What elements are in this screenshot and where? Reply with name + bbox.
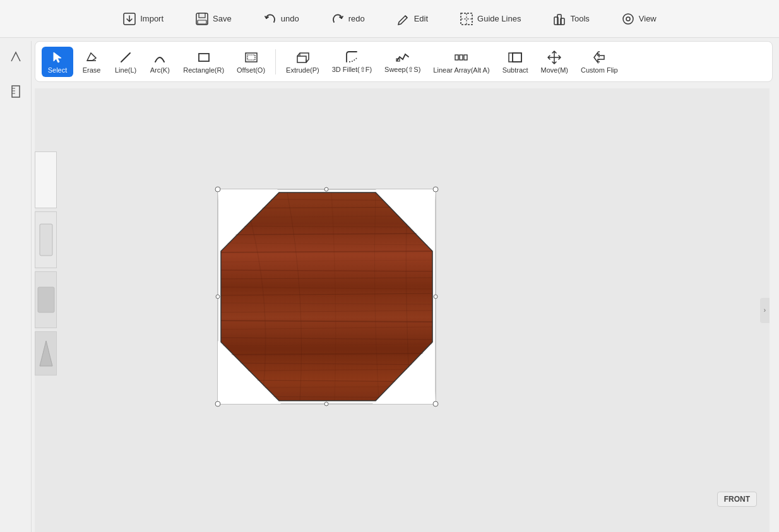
- toolbar-divider-1: [275, 49, 276, 74]
- canvas-area[interactable]: FRONT ›: [35, 88, 770, 532]
- import-icon: [122, 12, 136, 26]
- tool-lineararray[interactable]: Linear Array(Alt A): [428, 47, 494, 77]
- menu-tools[interactable]: Tools: [546, 8, 595, 30]
- svg-rect-15: [199, 54, 209, 61]
- lineararray-icon: [454, 50, 469, 65]
- tool-sweep-label: Sweep(⇧S): [384, 66, 420, 74]
- svg-point-68: [215, 401, 220, 406]
- svg-rect-17: [247, 55, 255, 60]
- svg-point-11: [626, 17, 630, 21]
- tool-move-label: Move(M): [541, 66, 568, 74]
- viewport-label-text: FRONT: [724, 495, 750, 504]
- thumbnail-3[interactable]: [35, 271, 57, 328]
- svg-rect-3: [198, 20, 206, 24]
- tool-sweep[interactable]: Sweep(⇧S): [379, 46, 425, 77]
- tool-customflip[interactable]: Custom Flip: [576, 47, 623, 77]
- menu-guidelines[interactable]: Guide Lines: [453, 8, 527, 30]
- menu-edit[interactable]: Edit: [390, 8, 434, 30]
- svg-rect-24: [464, 55, 467, 60]
- svg-rect-18: [297, 56, 306, 62]
- redo-icon: [331, 12, 345, 26]
- menu-undo[interactable]: undo: [257, 8, 306, 30]
- move-icon: [547, 50, 562, 65]
- menu-redo[interactable]: redo: [324, 8, 371, 30]
- svg-point-67: [433, 187, 438, 192]
- menu-import[interactable]: Import: [116, 8, 170, 30]
- svg-rect-29: [12, 86, 20, 97]
- right-collapse-arrow[interactable]: ›: [760, 298, 770, 323]
- extrude-icon: [295, 50, 310, 65]
- top-menu-bar: Import Save undo redo: [0, 0, 779, 38]
- tool-line[interactable]: Line(L): [110, 47, 141, 77]
- menu-redo-label: redo: [348, 14, 365, 23]
- tool-subtract[interactable]: Subtract: [497, 47, 533, 77]
- tool-rectangle-label: Rectangle(R): [183, 66, 224, 74]
- shape-svg: [211, 183, 442, 410]
- thumbnail-panel: [35, 151, 57, 375]
- menu-view[interactable]: View: [615, 8, 663, 30]
- menu-tools-label: Tools: [570, 14, 589, 23]
- ruler-icon[interactable]: [6, 82, 25, 101]
- transform-icon[interactable]: [6, 47, 25, 66]
- menu-save[interactable]: Save: [189, 8, 238, 30]
- tool-3dfillet-label: 3D Fillet(⇧F): [332, 66, 372, 74]
- view-icon: [621, 12, 635, 26]
- menu-guidelines-label: Guide Lines: [477, 14, 521, 23]
- customflip-icon: [592, 50, 607, 65]
- tool-move[interactable]: Move(M): [536, 47, 573, 77]
- arc-icon: [152, 50, 167, 65]
- tool-line-label: Line(L): [115, 66, 136, 74]
- line-icon: [118, 50, 133, 65]
- tool-rectangle[interactable]: Rectangle(R): [178, 47, 229, 77]
- tool-lineararray-label: Linear Array(Alt A): [433, 66, 489, 74]
- svg-rect-2: [199, 13, 205, 18]
- svg-point-69: [433, 401, 438, 406]
- tool-customflip-label: Custom Flip: [581, 66, 618, 74]
- svg-rect-22: [455, 55, 458, 60]
- rectangle-icon: [196, 50, 211, 65]
- tools-icon: [552, 12, 566, 26]
- tool-subtract-label: Subtract: [502, 66, 528, 74]
- tool-arc-label: Arc(K): [150, 66, 170, 74]
- svg-rect-34: [38, 287, 54, 312]
- menu-edit-label: Edit: [414, 14, 428, 23]
- thumbnail-2[interactable]: [35, 211, 57, 268]
- left-panel: [0, 41, 32, 532]
- tool-select-label: Select: [48, 66, 68, 74]
- svg-rect-26: [513, 53, 521, 62]
- svg-line-14: [121, 53, 130, 62]
- tool-extrude-label: Extrude(P): [286, 66, 319, 74]
- tool-3dfillet[interactable]: 3D Fillet(⇧F): [327, 46, 377, 77]
- select-icon: [50, 50, 65, 65]
- svg-point-70: [324, 187, 328, 191]
- menu-undo-label: undo: [281, 14, 299, 23]
- guidelines-icon: [460, 12, 473, 26]
- tool-erase-label: Erase: [83, 66, 101, 74]
- menu-save-label: Save: [213, 14, 232, 23]
- svg-point-10: [623, 14, 633, 24]
- svg-point-71: [324, 402, 328, 406]
- tool-erase[interactable]: Erase: [76, 47, 107, 77]
- menu-view-label: View: [639, 14, 657, 23]
- erase-icon: [84, 50, 99, 65]
- offset-icon: [244, 50, 259, 65]
- sweep-icon: [395, 49, 410, 64]
- shape-container[interactable]: [211, 183, 442, 410]
- tool-select[interactable]: Select: [42, 47, 73, 77]
- svg-point-72: [216, 295, 220, 299]
- tool-arc[interactable]: Arc(K): [144, 47, 175, 77]
- tool-offset-label: Offset(O): [237, 66, 265, 74]
- menu-import-label: Import: [140, 14, 164, 23]
- tool-extrude[interactable]: Extrude(P): [281, 47, 324, 77]
- tool-offset[interactable]: Offset(O): [232, 47, 270, 77]
- thumbnail-1[interactable]: [35, 151, 57, 208]
- subtract-icon: [508, 50, 523, 65]
- toolbar: Select Erase Line(L) Arc(K): [35, 41, 773, 82]
- save-icon: [195, 12, 209, 26]
- thumbnail-4[interactable]: [35, 331, 57, 375]
- viewport-label: FRONT: [717, 492, 757, 507]
- edit-icon: [396, 12, 410, 26]
- svg-rect-33: [40, 224, 52, 256]
- undo-icon: [263, 12, 277, 26]
- svg-point-66: [215, 187, 220, 192]
